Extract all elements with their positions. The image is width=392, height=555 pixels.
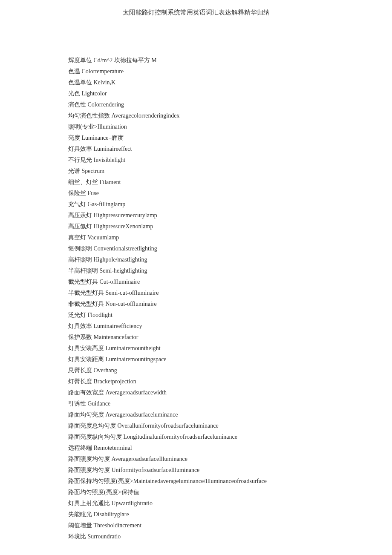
term-line: 路面均匀照度(亮度>保持值: [68, 487, 349, 498]
term-line: 半高杆照明 Semi-heightlighting: [68, 265, 349, 276]
term-line: 灯具效率 Luminaireeffect: [68, 144, 349, 155]
term-line: 光色 Lightcolor: [68, 88, 349, 99]
term-line: 路面保持均匀照度(亮度>Maintainedaverageluminance/I…: [68, 476, 349, 487]
term-line: 充气灯 Gas-fillinglamp: [68, 199, 349, 210]
term-line: 路面照度均匀度 UniformityofroadsurfaceIlluminan…: [68, 465, 349, 476]
term-line: 照明(专业>Illumination: [68, 121, 349, 132]
term-line: 灯具安装距离 Luminairemountingspace: [68, 354, 349, 365]
term-line: 灯具效率 Luminaireefficiency: [68, 321, 349, 332]
term-line: 保险丝 Fuse: [68, 188, 349, 199]
underline-mark: [232, 505, 262, 505]
term-line: 阈值增量 Thresholdincrement: [68, 520, 349, 531]
term-line: 演色性 Colorrendering: [68, 99, 349, 110]
term-line: 细丝、灯丝 Filament: [68, 177, 349, 188]
term-line: 半截光型灯具 Semi-cut-offluminaire: [68, 288, 349, 299]
terms-list: 辉度单位 Cd/m^2 坎德拉每平方 M色温 Colortemperature色…: [0, 55, 392, 542]
term-line: 辉度单位 Cd/m^2 坎德拉每平方 M: [68, 55, 349, 66]
term-line: 引诱性 Guidance: [68, 398, 349, 409]
term-line: 色温单位 Kelvin,K: [68, 77, 349, 88]
term-line: 灯具安装高度 Luminairemountheight: [68, 343, 349, 354]
term-line: 保护系数 Maintenancefactor: [68, 332, 349, 343]
term-line: 均匀演色性指数 Averagecolorrenderingindex: [68, 110, 349, 121]
term-line: 路面亮度纵向均匀度 Longitudinaluniformityofroadsu…: [68, 431, 349, 443]
term-line: 亮度 Luminance=辉度: [68, 132, 349, 144]
term-line: 高杆照明 Highpole/mastlighting: [68, 254, 349, 265]
term-line: 泛光灯 Floodlight: [68, 310, 349, 321]
term-line: 路面均匀亮度 Averageroadsurfaceluminance: [68, 409, 349, 420]
term-line: 光谱 Spectrum: [68, 166, 349, 177]
term-line: 高压汞灯 Highpressuremercurylamp: [68, 210, 349, 221]
term-line: 路面照度均匀度 AverageroadsurfaceIlluminance: [68, 454, 349, 465]
page-title: 太阳能路灯控制系统常用英语词汇表达解释精华归纳: [0, 9, 392, 17]
term-line: 灯具上射光通比 Upwardlightratio: [68, 498, 349, 509]
term-line: 灯臂长度 Bracketprojection: [68, 376, 349, 387]
term-line: 真空灯 Vacuumlamp: [68, 232, 349, 243]
term-line: 失能眩光 Disabilityglare: [68, 509, 349, 520]
term-line: 路面亮度总均匀度 Overalluniformityofroadsurfacel…: [68, 420, 349, 431]
term-line: 环境比 Surroundratio: [68, 531, 349, 542]
term-line: 悬臂长度 Overhang: [68, 365, 349, 376]
term-line: 高压氙灯 HighpressureXenonlamp: [68, 221, 349, 232]
term-line: 远程终端 Remoteterminal: [68, 443, 349, 454]
term-line: 不行见光 Invisiblelight: [68, 155, 349, 166]
term-line: 非截光型灯具 Non-cut-offluminaire: [68, 299, 349, 310]
term-line: 截光型灯具 Cut-offluminaire: [68, 276, 349, 288]
term-line: 惯例照明 Conventionalstreetlighting: [68, 243, 349, 254]
term-line: 路面有效宽度 Averageroadsurfacewidth: [68, 387, 349, 398]
term-line: 色温 Colortemperature: [68, 66, 349, 77]
